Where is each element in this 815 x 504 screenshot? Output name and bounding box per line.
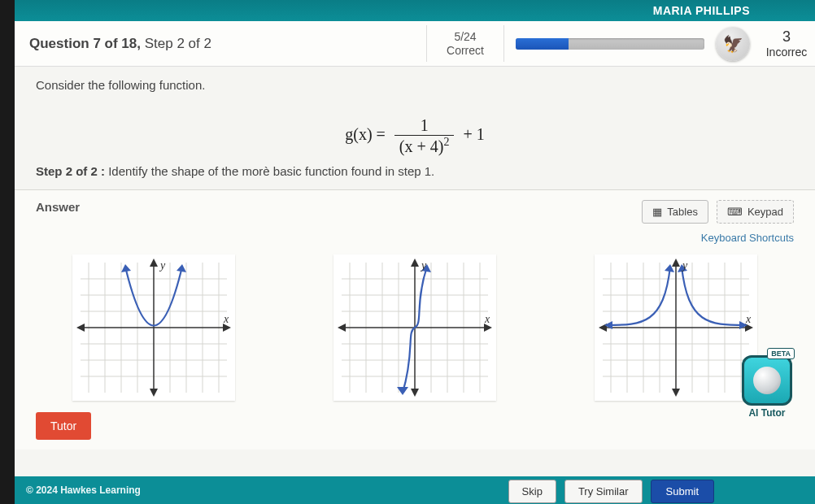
svg-text:x: x — [223, 313, 229, 325]
graph-choice-3[interactable]: y x — [595, 254, 757, 404]
svg-marker-67 — [672, 389, 680, 397]
correct-counter: 5/24 Correct — [426, 25, 504, 63]
step-instruction: Step 2 of 2 : Identify the shape of the … — [36, 164, 794, 178]
incorrect-label: Incorrec — [766, 46, 808, 59]
formula-tail: + 1 — [463, 125, 484, 143]
svg-marker-20 — [121, 264, 131, 272]
ai-tutor-label: AI Tutor — [735, 407, 799, 419]
svg-text:y: y — [681, 259, 688, 272]
svg-marker-16 — [76, 324, 85, 332]
formula-lhs: g(x) = — [345, 125, 386, 143]
svg-text:y: y — [420, 259, 427, 272]
beta-badge: BETA — [767, 348, 795, 359]
keyboard-shortcuts-link[interactable]: Keyboard Shortcuts — [701, 232, 794, 244]
ai-tutor-widget[interactable]: BETA AI Tutor — [735, 355, 799, 419]
footer-bar: © 2024 Hawkes Learning Skip Try Similar … — [15, 476, 815, 504]
submit-button[interactable]: Submit — [651, 480, 714, 503]
correct-label: Correct — [427, 44, 503, 58]
graph-choice-2[interactable]: y x — [333, 254, 496, 404]
formula-denominator: (x + 4)2 — [394, 136, 455, 156]
formula-numerator: 1 — [394, 116, 455, 136]
svg-marker-40 — [338, 324, 346, 332]
keypad-button[interactable]: ⌨ Keypad — [717, 200, 794, 224]
ai-tutor-icon: BETA — [742, 355, 792, 406]
svg-text:x: x — [484, 313, 490, 325]
svg-marker-42 — [411, 259, 419, 267]
incorrect-count: 3 — [758, 28, 815, 46]
keypad-icon: ⌨ — [727, 206, 743, 218]
grid-icon: ▦ — [652, 206, 662, 218]
correct-count: 5/24 — [427, 30, 503, 44]
svg-marker-19 — [150, 389, 158, 397]
hawk-icon[interactable]: 🦅 — [716, 27, 750, 61]
answer-panel: Answer ▦ Tables ⌨ Keypad Keyboard Shortc… — [15, 189, 815, 450]
student-name: MARIA PHILLIPS — [653, 4, 750, 17]
graph-choice-1[interactable]: y x — [72, 254, 235, 404]
svg-text:x: x — [745, 313, 752, 325]
svg-marker-18 — [150, 259, 158, 267]
tables-button[interactable]: ▦ Tables — [642, 200, 708, 224]
incorrect-counter: 3 Incorrec — [758, 28, 815, 59]
answer-choices: y x — [36, 254, 794, 404]
formula: g(x) = 1 (x + 4)2 + 1 — [36, 116, 794, 156]
prompt-text: Consider the following function. — [36, 78, 794, 92]
svg-marker-43 — [411, 389, 419, 397]
try-similar-button[interactable]: Try Similar — [564, 480, 643, 503]
progress-bar — [504, 38, 716, 50]
svg-marker-21 — [177, 264, 186, 272]
svg-text:y: y — [159, 259, 166, 272]
top-bar: MARIA PHILLIPS — [15, 0, 815, 21]
content-area: Consider the following function. g(x) = … — [15, 67, 815, 450]
question-title: Question 7 of 18, Step 2 of 2 — [15, 36, 226, 52]
step-indicator: Step 2 of 2 — [145, 36, 211, 51]
question-header: Question 7 of 18, Step 2 of 2 5/24 Corre… — [15, 21, 815, 67]
copyright: © 2024 Hawkes Learning — [26, 484, 500, 496]
tutor-button[interactable]: Tutor — [36, 412, 91, 440]
question-number: Question 7 of 18, — [29, 36, 141, 51]
svg-marker-66 — [672, 259, 680, 267]
skip-button[interactable]: Skip — [508, 480, 556, 503]
